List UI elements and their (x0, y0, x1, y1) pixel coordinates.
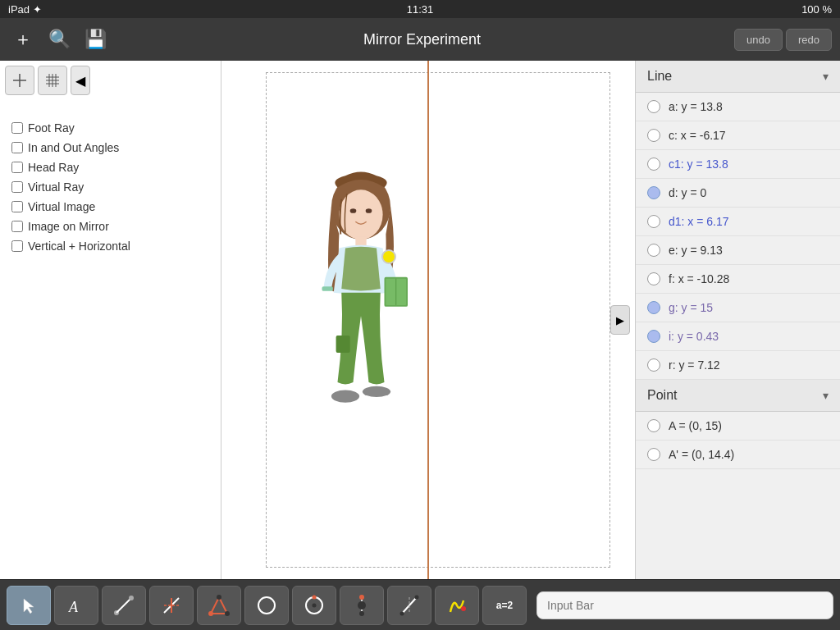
in-out-angles-checkbox[interactable] (11, 142, 23, 153)
radio-g[interactable] (647, 301, 660, 314)
svg-point-19 (363, 386, 390, 397)
left-panel: ◀ Foot Ray In and Out Angles Head Ray (0, 61, 221, 579)
line-item-e[interactable]: e: y = 9.13 (636, 236, 840, 265)
radio-i[interactable] (647, 330, 660, 343)
main-toolbar: ＋ 🔍 💾 Mirror Experiment undo redo (0, 18, 840, 61)
checkbox-vertical-horizontal[interactable]: Vertical + Horizontal (11, 236, 209, 256)
radio-A[interactable] (647, 419, 660, 432)
svg-point-37 (359, 611, 364, 616)
checkbox-image-on-mirror[interactable]: Image on Mirror (11, 217, 209, 236)
radio-f[interactable] (647, 272, 660, 285)
checkbox-foot-ray[interactable]: Foot Ray (11, 118, 209, 138)
nav-left-btn[interactable]: ◀ (71, 66, 90, 95)
line-label-g: g: y = 15 (669, 301, 713, 314)
line-section-label: Line (647, 69, 672, 84)
grid-tool[interactable] (38, 66, 67, 95)
status-bar: iPad ✦ 11:31 100 % (0, 0, 840, 18)
line-item-c[interactable]: c: x = -6.17 (636, 121, 840, 150)
line-item-a[interactable]: a: y = 13.8 (636, 93, 840, 121)
radio-d[interactable] (647, 186, 660, 199)
radio-e[interactable] (647, 244, 660, 257)
reflect-tool[interactable] (387, 586, 431, 625)
line-item-d1[interactable]: d1: x = 6.17 (636, 208, 840, 236)
radio-a[interactable] (647, 100, 660, 113)
radio-d1[interactable] (647, 215, 660, 228)
undo-button[interactable]: undo (734, 29, 783, 51)
right-panel: Line ▾ a: y = 13.8 c: x = -6.17 c1: y = … (635, 61, 840, 579)
svg-line-22 (116, 598, 131, 613)
circle-points-tool[interactable] (292, 586, 336, 625)
svg-point-10 (350, 208, 357, 213)
checkbox-head-ray[interactable]: Head Ray (11, 158, 209, 177)
add-button[interactable]: ＋ (8, 25, 38, 54)
circle-tool[interactable] (244, 586, 289, 625)
line-item-d[interactable]: d: y = 0 (636, 179, 840, 208)
status-left: iPad ✦ (8, 3, 42, 16)
line-label-a: a: y = 13.8 (669, 100, 723, 113)
transform-tool[interactable] (340, 586, 384, 625)
image-on-mirror-checkbox[interactable] (11, 221, 23, 232)
svg-text:A: A (68, 599, 79, 615)
line-label-c: c: x = -6.17 (669, 129, 726, 142)
svg-point-23 (129, 596, 134, 600)
line-label-i: i: y = 0.43 (669, 330, 719, 343)
foot-ray-checkbox[interactable] (11, 122, 23, 134)
point-label-A: A = (0, 15) (669, 419, 722, 432)
checkbox-virtual-image[interactable]: Virtual Image (11, 197, 209, 217)
canvas-area[interactable]: ▶ (221, 61, 635, 579)
virtual-image-label: Virtual Image (28, 200, 95, 213)
line-label-r: r: y = 7.12 (669, 358, 720, 372)
save-button[interactable]: 💾 (80, 25, 110, 54)
svg-rect-17 (336, 336, 350, 353)
point-item-A[interactable]: A = (0, 15) (636, 412, 840, 441)
perpendicular-tool[interactable] (149, 586, 194, 625)
ipad-label: iPad ✦ (8, 3, 42, 16)
point-section-header[interactable]: Point ▾ (636, 380, 840, 412)
bottom-toolbar: A (0, 579, 840, 630)
radio-A-prime[interactable] (647, 448, 660, 461)
input-bar[interactable] (536, 591, 833, 619)
image-on-mirror-label: Image on Mirror (28, 220, 109, 233)
virtual-image-checkbox[interactable] (11, 201, 23, 212)
line-item-i[interactable]: i: y = 0.43 (636, 322, 840, 351)
app-title: Mirror Experiment (116, 31, 728, 48)
svg-point-35 (358, 601, 366, 609)
numeric-tool[interactable]: a=2 (482, 586, 527, 625)
line-item-f[interactable]: f: x = -10.28 (636, 265, 840, 294)
radio-c1[interactable] (647, 158, 660, 171)
status-right: 100 % (801, 3, 832, 16)
virtual-ray-label: Virtual Ray (28, 180, 84, 194)
point-marker[interactable] (381, 249, 396, 264)
radio-c[interactable] (647, 129, 660, 142)
svg-point-11 (366, 208, 372, 213)
svg-point-36 (359, 595, 364, 600)
vertical-horizontal-label: Vertical + Horizontal (28, 240, 130, 253)
point-item-A-prime[interactable]: A' = (0, 14.4) (636, 441, 840, 469)
line-chevron-icon: ▾ (823, 70, 829, 83)
pointer-tool[interactable] (7, 586, 51, 625)
foot-ray-label: Foot Ray (28, 121, 75, 135)
nav-right-btn[interactable]: ▶ (610, 305, 630, 335)
line-label-d: d: y = 0 (669, 186, 706, 199)
checkbox-in-out-angles[interactable]: In and Out Angles (11, 138, 209, 158)
line-item-g[interactable]: g: y = 15 (636, 294, 840, 322)
axes-tool[interactable] (5, 66, 34, 95)
redo-button[interactable]: redo (786, 29, 832, 51)
line-item-c1[interactable]: c1: y = 13.8 (636, 150, 840, 179)
search-button[interactable]: 🔍 (44, 25, 74, 54)
radio-r[interactable] (647, 358, 660, 372)
vertical-horizontal-checkbox[interactable] (11, 240, 23, 252)
line-section-header[interactable]: Line ▾ (636, 61, 840, 93)
checkbox-virtual-ray[interactable]: Virtual Ray (11, 177, 209, 197)
virtual-ray-checkbox[interactable] (11, 181, 23, 193)
in-out-angles-label: In and Out Angles (28, 141, 119, 154)
input-bar-container (536, 591, 833, 619)
line-segment-tool[interactable] (102, 586, 146, 625)
svg-point-18 (331, 390, 359, 403)
triangle-tool[interactable] (197, 586, 241, 625)
curve-tool[interactable] (435, 586, 479, 625)
point-label-A-prime: A' = (0, 14.4) (669, 448, 734, 461)
head-ray-checkbox[interactable] (11, 162, 23, 173)
text-tool[interactable]: A (54, 586, 98, 625)
line-item-r[interactable]: r: y = 7.12 (636, 351, 840, 380)
